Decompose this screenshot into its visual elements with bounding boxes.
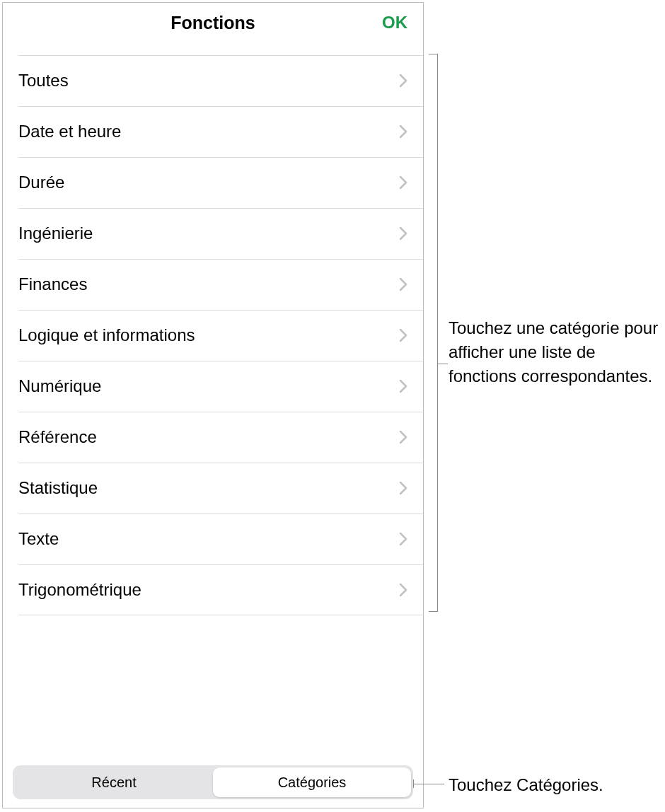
category-label: Trigonométrique: [18, 580, 141, 600]
category-row-date-heure[interactable]: Date et heure: [3, 106, 423, 157]
callout-bracket-icon: [429, 54, 439, 612]
category-row-texte[interactable]: Texte: [3, 514, 423, 564]
category-row-logique[interactable]: Logique et informations: [3, 310, 423, 361]
category-list: Toutes Date et heure Durée Ingénierie: [3, 55, 423, 615]
category-label: Référence: [18, 427, 97, 447]
chevron-right-icon: [399, 430, 407, 444]
chevron-right-icon: [399, 481, 407, 495]
category-row-toutes[interactable]: Toutes: [3, 55, 423, 106]
panel-title: Fonctions: [170, 13, 255, 33]
category-row-trigo[interactable]: Trigonométrique: [3, 564, 423, 615]
chevron-right-icon: [399, 226, 407, 240]
category-label: Logique et informations: [18, 325, 195, 345]
ok-button[interactable]: OK: [382, 13, 407, 33]
functions-panel: Fonctions OK Toutes Date et heure Durée: [2, 2, 424, 808]
category-row-statistique[interactable]: Statistique: [3, 463, 423, 514]
tab-bar: Récent Catégories: [3, 765, 423, 808]
category-row-reference[interactable]: Référence: [3, 412, 423, 463]
callout-list: Touchez une catégorie pour afficher une …: [449, 316, 661, 388]
category-row-ingenierie[interactable]: Ingénierie: [3, 208, 423, 259]
category-label: Durée: [18, 173, 64, 192]
category-label: Ingénierie: [18, 224, 93, 243]
category-label: Finances: [18, 274, 87, 294]
category-label: Texte: [18, 529, 59, 549]
chevron-right-icon: [399, 124, 407, 139]
chevron-right-icon: [399, 583, 407, 597]
category-label: Date et heure: [18, 122, 121, 141]
chevron-right-icon: [399, 74, 407, 88]
callout-leader-icon: [413, 784, 444, 784]
tab-categories[interactable]: Catégories: [213, 767, 411, 797]
callout-tab: Touchez Catégories.: [449, 773, 661, 797]
category-row-numerique[interactable]: Numérique: [3, 361, 423, 412]
category-row-finances[interactable]: Finances: [3, 259, 423, 310]
chevron-right-icon: [399, 277, 407, 291]
category-label: Toutes: [18, 71, 69, 91]
chevron-right-icon: [399, 328, 407, 342]
category-label: Numérique: [18, 376, 101, 396]
chevron-right-icon: [399, 532, 407, 546]
segmented-control: Récent Catégories: [13, 765, 413, 799]
panel-header: Fonctions OK: [3, 3, 423, 42]
category-row-duree[interactable]: Durée: [3, 157, 423, 208]
chevron-right-icon: [399, 379, 407, 393]
category-label: Statistique: [18, 478, 98, 498]
tab-recent[interactable]: Récent: [15, 767, 213, 797]
chevron-right-icon: [399, 175, 407, 190]
